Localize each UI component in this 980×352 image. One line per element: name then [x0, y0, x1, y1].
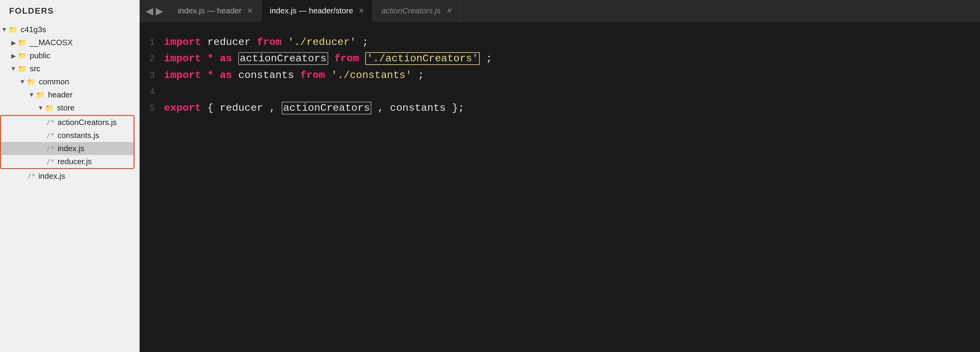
tab-bar: ◀ ▶ index.js — header ✕ index.js — heade…	[140, 0, 980, 22]
ident: reducer	[207, 36, 257, 48]
arrow-icon: ▼	[0, 26, 8, 33]
line-number: 3	[140, 68, 164, 83]
tree-folder-c41g3s[interactable]: ▼ 📁 c41g3s	[0, 23, 139, 36]
sidebar: FOLDERS ▼ 📁 c41g3s ▶ 📁 __MACOSX ▶ 📁 publ…	[0, 0, 140, 352]
ident: constants	[238, 70, 300, 81]
tab-label: index.js — header	[178, 6, 242, 16]
tree-file-actionCreators[interactable]: /* actionCreators.js	[1, 116, 134, 129]
string-boxed-actionCreators: './actionCreators'	[365, 52, 480, 65]
keyword-import: import	[164, 53, 201, 64]
file-icon: /*	[46, 132, 55, 139]
arrow-icon: ▼	[9, 65, 18, 72]
line-number: 2	[140, 52, 164, 66]
tree-file-reducer[interactable]: /* reducer.js	[1, 155, 134, 168]
tab-index-header[interactable]: index.js — header ✕	[169, 0, 261, 22]
folder-label: src	[30, 64, 40, 73]
code-editor[interactable]: 1 import reducer from './reducer' ; 2 im…	[140, 22, 980, 352]
tree-folder-common[interactable]: ▼ 📁 common	[0, 75, 139, 88]
folder-label: common	[39, 77, 69, 87]
file-label: index.js	[38, 171, 65, 181]
file-label: constants.js	[58, 131, 99, 140]
file-label: reducer.js	[58, 157, 92, 166]
keyword-as: as	[220, 53, 232, 64]
navigation-arrows: ◀ ▶	[140, 6, 169, 16]
sidebar-title: FOLDERS	[0, 6, 139, 23]
ident-boxed-actionCreators: actionCreators	[238, 52, 328, 65]
punct: ;	[486, 53, 492, 64]
folder-label: c41g3s	[21, 25, 46, 34]
store-files-group: /* actionCreators.js /* constants.js /* …	[0, 115, 135, 169]
line-number: 1	[140, 35, 164, 50]
ident: constants	[390, 102, 446, 114]
line-number: 4	[140, 85, 164, 99]
back-arrow-icon[interactable]: ◀	[146, 6, 153, 16]
code-line-1: 1 import reducer from './reducer' ;	[140, 34, 980, 51]
code-line-4: 4	[140, 84, 980, 100]
tree-folder-macosx[interactable]: ▶ 📁 __MACOSX	[0, 36, 139, 49]
folder-label: __MACOSX	[30, 38, 73, 48]
string: './reducer'	[288, 36, 356, 48]
folder-icon: 📁	[18, 65, 27, 73]
file-label: index.js	[58, 144, 84, 153]
folder-label: header	[48, 90, 73, 100]
folder-icon: 📁	[27, 78, 36, 86]
tab-label: actionCreators.js	[381, 6, 441, 16]
tree-folder-src[interactable]: ▼ 📁 src	[0, 62, 139, 75]
keyword-export: export	[164, 102, 201, 114]
ident: reducer	[220, 102, 263, 114]
line-content: export { reducer , actionCreators , cons…	[164, 100, 980, 116]
keyword-as: as	[220, 70, 232, 81]
tab-close-icon[interactable]: ✕	[247, 8, 253, 14]
folder-label: store	[57, 103, 75, 113]
keyword-from: from	[300, 70, 325, 81]
tree-file-constants[interactable]: /* constants.js	[1, 129, 134, 142]
arrow-icon: ▼	[18, 78, 27, 85]
code-line-3: 3 import * as constants from './constant…	[140, 67, 980, 84]
arrow-icon: ▼	[27, 91, 36, 98]
tree-file-index[interactable]: /* index.js	[1, 142, 134, 155]
file-label: actionCreators.js	[58, 118, 117, 127]
folder-icon: 📁	[8, 25, 18, 34]
tree-folder-header[interactable]: ▼ 📁 header	[0, 88, 139, 101]
punct: ;	[362, 36, 368, 48]
keyword-from: from	[334, 53, 359, 64]
arrow-icon: ▶	[9, 39, 18, 46]
keyword-from: from	[257, 36, 282, 48]
code-line-2: 2 import * as actionCreators from './act…	[140, 51, 980, 67]
keyword-import: import	[164, 70, 201, 81]
folder-label: public	[30, 51, 50, 60]
tab-close-icon[interactable]: ✕	[446, 8, 452, 14]
folder-icon: 📁	[45, 104, 54, 112]
tree-file-header-index[interactable]: /* index.js	[0, 170, 139, 183]
keyword-import: import	[164, 36, 201, 48]
folder-icon: 📁	[18, 52, 27, 60]
line-content: import reducer from './reducer' ;	[164, 34, 980, 51]
punct: ,	[378, 102, 390, 114]
file-icon: /*	[46, 158, 55, 165]
code-line-5: 5 export { reducer , actionCreators , co…	[140, 100, 980, 116]
file-icon: /*	[27, 172, 35, 180]
tab-close-icon[interactable]: ✕	[358, 8, 364, 14]
punct: {	[207, 102, 220, 114]
file-icon: /*	[46, 119, 55, 126]
editor-area: ◀ ▶ index.js — header ✕ index.js — heade…	[140, 0, 980, 352]
tab-label: index.js — header/store	[270, 6, 353, 16]
folder-icon: 📁	[36, 91, 45, 99]
file-icon: /*	[46, 145, 55, 152]
tree-folder-public[interactable]: ▶ 📁 public	[0, 49, 139, 62]
tab-actionCreators[interactable]: actionCreators.js ✕	[373, 0, 460, 22]
forward-arrow-icon[interactable]: ▶	[156, 6, 163, 16]
keyword-star: *	[207, 53, 220, 64]
folder-icon: 📁	[18, 38, 27, 47]
punct: ;	[418, 70, 424, 81]
arrow-icon: ▼	[37, 105, 45, 111]
string: './constants'	[331, 70, 412, 81]
tab-index-header-store[interactable]: index.js — header/store ✕	[261, 0, 373, 22]
line-content: import * as actionCreators from './actio…	[164, 51, 980, 67]
punct: ,	[269, 102, 282, 114]
keyword-star: *	[207, 70, 220, 81]
arrow-icon: ▶	[9, 52, 18, 59]
punct: };	[452, 102, 465, 114]
line-content: import * as constants from './constants'…	[164, 67, 980, 84]
tree-folder-store[interactable]: ▼ 📁 store	[0, 101, 139, 114]
